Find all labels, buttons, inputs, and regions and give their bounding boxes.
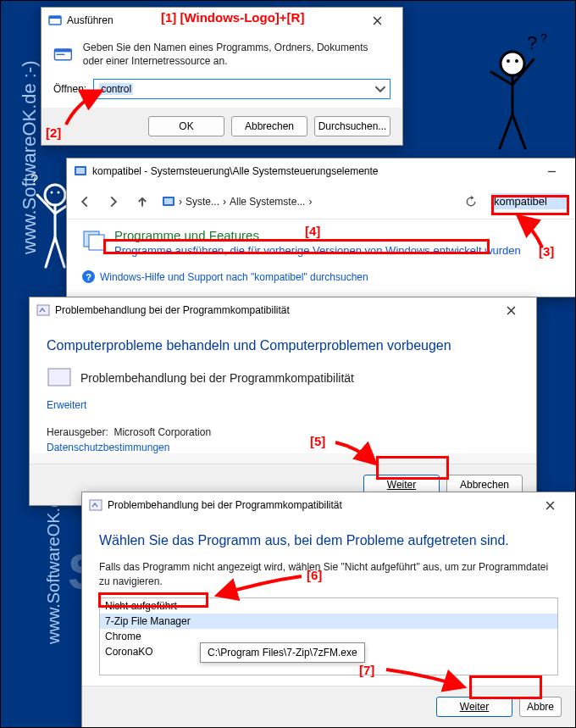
troubleshooter-window-2: Problembehandlung bei der Programmkompat… (81, 492, 576, 728)
svg-rect-15 (57, 54, 65, 55)
window-title: kompatibel - Systemsteuerung\Alle System… (92, 165, 379, 177)
publisher-value: Microsoft Corporation (114, 426, 211, 438)
wizard-icon (47, 365, 72, 391)
svg-point-2 (515, 59, 518, 63)
svg-point-7 (58, 192, 60, 194)
control-panel-window: kompatibel - Systemsteuerung\Alle System… (66, 158, 576, 297)
svg-rect-14 (54, 49, 71, 53)
open-combobox[interactable]: control (93, 79, 390, 99)
cancel-button[interactable]: Abbre (519, 697, 562, 717)
list-item-selected[interactable]: 7-Zip File Manager (100, 614, 557, 629)
svg-point-1 (507, 59, 510, 63)
svg-rect-12 (49, 16, 61, 19)
program-list[interactable]: Nicht aufgeführt 7-Zip File Manager Chro… (99, 597, 558, 675)
wizard-icon (36, 303, 50, 317)
svg-rect-19 (164, 198, 173, 204)
svg-text:?: ? (30, 173, 38, 187)
titlebar: Problembehandlung bei der Programmkompat… (30, 297, 536, 323)
browse-button[interactable]: Durchsuchen... (314, 116, 390, 136)
titlebar: Ausführen (42, 8, 402, 33)
run-title: Ausführen (67, 14, 114, 26)
list-item[interactable]: Nicht aufgeführt (100, 598, 557, 614)
path-tooltip: C:\Program Files\7-Zip\7zFM.exe (200, 642, 365, 663)
publisher-label: Herausgeber: (47, 426, 108, 438)
minimize-button[interactable] (534, 158, 568, 184)
advanced-link[interactable]: Erweitert (47, 399, 519, 411)
window-title: Problembehandlung bei der Programmkompat… (55, 304, 290, 316)
compat-troubleshooter-link[interactable]: Programme ausführen, die für vorherige V… (114, 244, 521, 257)
svg-text:?: ? (527, 34, 537, 53)
svg-point-5 (45, 185, 65, 205)
svg-rect-23 (48, 369, 70, 386)
cancel-button[interactable]: Abbrechen (231, 116, 307, 136)
up-button[interactable] (133, 192, 152, 211)
crumb-segment[interactable]: Alle Systemste... (230, 196, 305, 208)
control-panel-icon (74, 164, 87, 178)
open-label: Öffnen: (53, 83, 86, 95)
programs-features-heading: Programme und Features (114, 228, 521, 242)
titlebar: kompatibel - Systemsteuerung\Alle System… (67, 158, 575, 184)
close-button[interactable] (492, 297, 529, 323)
next-button[interactable]: Weiter (436, 697, 512, 717)
control-panel-icon (162, 195, 175, 208)
help-text: Windows-Hilfe und Support nach "kompatib… (100, 271, 368, 283)
window-title: Problembehandlung bei der Programmkompat… (108, 499, 342, 511)
svg-point-0 (501, 52, 524, 75)
svg-point-6 (51, 192, 53, 194)
crumb-segment[interactable]: Syste... (186, 196, 219, 208)
ts-heading: Wählen Sie das Programm aus, bei dem Pro… (99, 533, 558, 548)
help-search-link[interactable]: ? Windows-Hilfe und Support nach "kompat… (82, 270, 560, 283)
decorative-figure: ? ? (474, 34, 568, 161)
ts-hint: Falls das Programm nicht angezeigt wird,… (99, 560, 558, 589)
svg-rect-17 (76, 168, 85, 174)
search-input[interactable] (490, 193, 567, 209)
privacy-link[interactable]: Datenschutzbestimmungen (47, 442, 519, 453)
breadcrumb[interactable]: › Syste... › Alle Systemste... › (162, 195, 451, 208)
open-value: control (99, 83, 133, 95)
ok-button[interactable]: OK (148, 116, 224, 136)
troubleshooter-window-1: Problembehandlung bei der Programmkompat… (29, 297, 537, 506)
wizard-icon (89, 498, 102, 512)
close-button[interactable] (531, 492, 568, 518)
svg-rect-21 (89, 235, 104, 250)
run-large-icon (53, 42, 73, 69)
programs-features-icon (82, 228, 106, 252)
help-icon: ? (82, 270, 95, 283)
chevron-down-icon[interactable] (374, 83, 386, 95)
ts-heading: Computerprobleme behandeln und Computerp… (47, 338, 519, 353)
run-description: Geben Sie den Namen eines Programms, Ord… (83, 42, 390, 68)
titlebar: Problembehandlung bei der Programmkompat… (82, 492, 575, 518)
refresh-button[interactable] (462, 192, 480, 211)
run-icon (48, 14, 62, 27)
forward-button[interactable] (104, 192, 123, 211)
watermark-text: www.SoftwareOK.de :-) (19, 60, 41, 254)
run-dialog: Ausführen Geben Sie den Namen eines Prog… (41, 7, 403, 146)
svg-text:?: ? (540, 34, 547, 45)
back-button[interactable] (75, 192, 94, 211)
ts-subheading: Problembehandlung bei der Programmkompat… (47, 365, 519, 391)
close-button[interactable] (358, 8, 396, 33)
